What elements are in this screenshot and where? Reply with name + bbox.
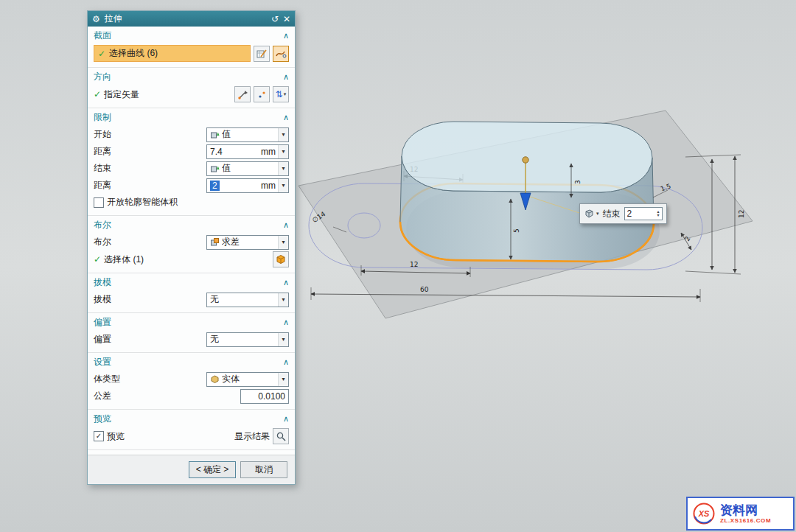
- open-profile-label: 开放轮廓智能体积: [107, 196, 289, 209]
- select-curve-label: 选择曲线 (6): [109, 47, 158, 60]
- gear-icon[interactable]: ⚙: [92, 15, 100, 24]
- cancel-button[interactable]: 取消: [240, 461, 287, 478]
- tolerance-value[interactable]: 0.0100: [258, 391, 285, 402]
- offset-group-header[interactable]: 偏置 ∧: [94, 315, 289, 330]
- spin-down-icon[interactable]: ▾: [657, 214, 660, 217]
- dimension-label: 3: [574, 180, 582, 184]
- show-result-label: 显示结果: [234, 430, 270, 443]
- settings-header-label: 设置: [94, 356, 111, 368]
- end-distance-value[interactable]: 2: [210, 181, 220, 191]
- dialog-button-bar: < 确定 > 取消: [88, 455, 295, 484]
- reset-icon[interactable]: ↺: [271, 15, 279, 24]
- dropdown-arrow-icon[interactable]: ▾: [278, 145, 288, 158]
- check-icon: ✓: [94, 89, 101, 99]
- chevron-up-icon[interactable]: ∧: [283, 220, 289, 230]
- reverse-direction-button[interactable]: ⇅ ▾: [273, 86, 289, 102]
- limits-header-label: 限制: [94, 111, 111, 124]
- dimension-label: 60: [420, 286, 429, 293]
- watermark-text: 资料网 ZL.XS1616.COM: [720, 504, 771, 524]
- body-type-label: 体类型: [94, 373, 203, 385]
- end-distance-onscreen-value[interactable]: 2: [627, 209, 657, 219]
- end-distance-input[interactable]: 2 mm ▾: [206, 178, 289, 193]
- draft-group-header[interactable]: 拔模 ∧: [94, 275, 289, 290]
- dropdown-arrow-icon[interactable]: ▾: [278, 128, 288, 141]
- start-distance-input[interactable]: 7.4 mm ▾: [206, 144, 289, 159]
- dropdown-arrow-icon[interactable]: ▾: [278, 162, 288, 175]
- limits-group-header[interactable]: 限制 ∧: [94, 110, 289, 125]
- onscreen-end-label: 结束: [603, 208, 621, 220]
- dialog-titlebar[interactable]: ⚙ 拉伸 ↺ ✕: [88, 11, 295, 27]
- dropdown-arrow-icon[interactable]: ▾: [278, 333, 288, 346]
- curve-rule-button[interactable]: [273, 46, 289, 62]
- onscreen-option-dropdown[interactable]: ▾: [584, 209, 599, 219]
- draft-dropdown[interactable]: 无 ▾: [206, 293, 289, 307]
- end-distance-onscreen-input[interactable]: 2 ▴ ▾: [624, 207, 663, 220]
- direction-group: 方向 ∧ ✓ 指定矢量 ⇅ ▾: [88, 68, 295, 108]
- preview-checkbox[interactable]: ✓: [94, 431, 104, 441]
- dropdown-arrow-icon[interactable]: ▾: [596, 211, 599, 217]
- direction-header-label: 方向: [94, 71, 111, 83]
- check-icon: ✓: [94, 254, 101, 265]
- watermark[interactable]: XS 资料网 ZL.XS1616.COM: [686, 497, 795, 531]
- dimension-label: 12: [738, 210, 745, 218]
- ok-button[interactable]: < 确定 >: [189, 461, 236, 478]
- open-profile-checkbox[interactable]: [94, 197, 104, 208]
- dropdown-arrow-icon[interactable]: ▾: [278, 293, 288, 307]
- selected-body-button[interactable]: [273, 251, 289, 267]
- chevron-up-icon[interactable]: ∧: [283, 113, 289, 122]
- handle-origin-ball[interactable]: [523, 157, 528, 163]
- boolean-dropdown[interactable]: 求差 ▾: [206, 235, 289, 250]
- offset-header-label: 偏置: [94, 316, 111, 329]
- vector-icon: [237, 89, 248, 100]
- point-dialog-button[interactable]: [254, 86, 270, 102]
- chevron-up-icon[interactable]: ∧: [283, 278, 289, 287]
- start-distance-value[interactable]: 7.4: [210, 147, 259, 157]
- limits-group: 限制 ∧ 开始 值 ▾ 距离 7.4 mm ▾ 结束: [88, 108, 295, 216]
- select-body-label[interactable]: 选择体 (1): [104, 253, 270, 266]
- curve-icon: [275, 48, 287, 60]
- end-distance-label: 距离: [94, 179, 203, 192]
- specify-vector-label[interactable]: 指定矢量: [104, 88, 231, 101]
- dropdown-arrow-icon[interactable]: ▾: [278, 179, 288, 192]
- check-icon: ✓: [98, 49, 105, 59]
- direction-group-header[interactable]: 方向 ∧: [94, 69, 289, 85]
- extrude-dialog: ⚙ 拉伸 ↺ ✕ 截面 ∧ ✓ 选择曲线 (6): [87, 10, 296, 485]
- offset-dropdown[interactable]: 无 ▾: [206, 332, 289, 347]
- dimension-label: 12: [410, 261, 418, 268]
- start-mode-dropdown[interactable]: 值 ▾: [206, 127, 289, 142]
- start-distance-label: 距离: [94, 145, 203, 158]
- tolerance-input[interactable]: 0.0100: [240, 389, 289, 404]
- boolean-group-header[interactable]: 布尔 ∧: [94, 217, 289, 233]
- body-type-dropdown[interactable]: 实体 ▾: [206, 372, 289, 387]
- end-label: 结束: [94, 162, 203, 175]
- settings-group: 设置 ∧ 体类型 实体 ▾ 公差 0.0100: [88, 353, 295, 410]
- dropdown-arrow-icon[interactable]: ▾: [278, 373, 288, 386]
- vector-constructor-button[interactable]: [234, 86, 251, 102]
- offset-value: 无: [210, 333, 276, 346]
- chevron-up-icon[interactable]: ∧: [283, 414, 289, 424]
- chevron-up-icon[interactable]: ∧: [283, 72, 289, 82]
- draft-group: 拔模 ∧ 拔模 无 ▾: [88, 273, 295, 313]
- boolean-group: 布尔 ∧ 布尔 求差 ▾ ✓ 选择体 (1): [88, 216, 295, 273]
- onscreen-input-toolbar[interactable]: ▾ 结束 2 ▴ ▾: [579, 203, 667, 224]
- updown-arrow-icon: ⇅: [276, 89, 283, 99]
- show-result-button[interactable]: [273, 428, 289, 444]
- select-curve-field[interactable]: ✓ 选择曲线 (6): [94, 45, 251, 62]
- settings-group-header[interactable]: 设置 ∧: [94, 354, 289, 370]
- preview-group-header[interactable]: 预览 ∧: [94, 411, 289, 427]
- end-mode-value: 值: [222, 162, 276, 175]
- chevron-up-icon[interactable]: ∧: [283, 357, 289, 367]
- sketch-section-button[interactable]: [254, 46, 270, 62]
- dimension-label: 5: [513, 228, 520, 233]
- chevron-up-icon[interactable]: ∧: [283, 31, 289, 41]
- dropdown-arrow-icon[interactable]: ▾: [278, 236, 288, 249]
- extrude-preview-body[interactable]: [400, 122, 654, 262]
- watermark-site-name: 资料网: [720, 504, 771, 517]
- dropdown-arrow-icon[interactable]: ▾: [284, 91, 287, 97]
- chevron-up-icon[interactable]: ∧: [283, 318, 289, 327]
- close-icon[interactable]: ✕: [283, 15, 290, 24]
- end-mode-dropdown[interactable]: 值 ▾: [206, 161, 289, 176]
- offset-group: 偏置 ∧ 偏置 无 ▾: [88, 313, 295, 353]
- stepper-arrows[interactable]: ▴ ▾: [657, 210, 660, 217]
- section-group-header[interactable]: 截面 ∧: [94, 28, 289, 43]
